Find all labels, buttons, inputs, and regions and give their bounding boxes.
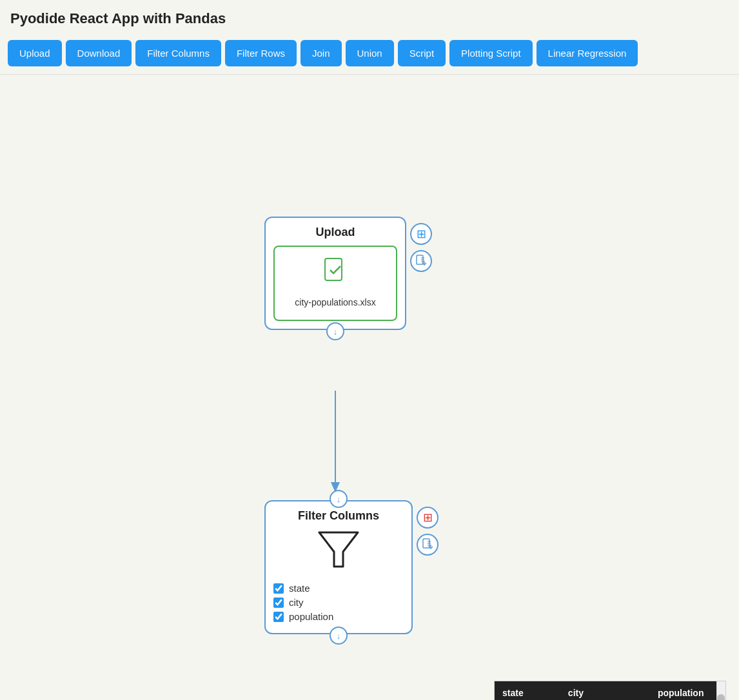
file-download-icon xyxy=(415,255,427,268)
upload-node: Upload ⊞ xyxy=(264,217,406,330)
union-button[interactable]: Union xyxy=(346,40,394,66)
script-button[interactable]: Script xyxy=(398,40,446,66)
linear-regression-button[interactable]: Linear Regression xyxy=(537,40,638,66)
filter-bottom-connector: ↓ xyxy=(330,627,348,645)
filter-node-title: Filter Columns xyxy=(273,509,404,523)
arrow-down-icon-3: ↓ xyxy=(337,631,341,641)
filter-file-icon xyxy=(422,538,433,552)
checkbox-population[interactable]: population xyxy=(273,611,404,622)
main-area: Upload ⊞ xyxy=(0,75,739,700)
canvas: Upload ⊞ xyxy=(13,88,481,700)
download-button[interactable]: Download xyxy=(66,40,132,66)
state-label: state xyxy=(289,583,310,594)
population-label: population xyxy=(289,611,333,622)
filter-columns-node: ↓ Filter Columns ⊞ xyxy=(264,500,413,634)
svg-marker-13 xyxy=(319,532,358,567)
plotting-script-button[interactable]: Plotting Script xyxy=(449,40,533,66)
upload-download-icon-btn[interactable] xyxy=(410,250,432,272)
arrow-down-icon: ↓ xyxy=(333,327,338,336)
upload-table-icon-btn[interactable]: ⊞ xyxy=(410,223,432,245)
upload-bottom-connector: ↓ xyxy=(326,322,344,340)
svg-rect-7 xyxy=(325,258,342,280)
upload-button[interactable]: Upload xyxy=(8,40,62,66)
scrollbar[interactable] xyxy=(716,681,725,700)
grid-icon: ⊞ xyxy=(417,227,426,241)
funnel-icon xyxy=(273,529,404,576)
upload-file-box: city-populations.xlsx xyxy=(273,246,397,321)
filter-grid-icon: ⊞ xyxy=(423,510,433,525)
filter-table-icon-btn[interactable]: ⊞ xyxy=(417,507,438,529)
data-table: state city population CaliforniaLos Ange… xyxy=(495,681,725,700)
app-title: Pyodide React App with Pandas xyxy=(0,0,739,35)
data-table-container[interactable]: state city population CaliforniaLos Ange… xyxy=(494,681,726,700)
state-checkbox[interactable] xyxy=(273,583,284,594)
checkbox-list: state city population xyxy=(273,583,404,622)
population-checkbox[interactable] xyxy=(273,612,284,622)
join-button[interactable]: Join xyxy=(301,40,342,66)
filter-top-connector: ↓ xyxy=(330,490,348,508)
toolbar: Upload Download Filter Columns Filter Ro… xyxy=(0,35,739,75)
checkbox-city[interactable]: city xyxy=(273,597,404,608)
scrollbar-thumb[interactable] xyxy=(717,694,725,700)
upload-node-title: Upload xyxy=(273,226,397,239)
arrow-down-icon-2: ↓ xyxy=(337,494,341,504)
checkbox-state[interactable]: state xyxy=(273,583,404,594)
filter-download-icon-btn[interactable] xyxy=(417,534,438,556)
city-checkbox[interactable] xyxy=(273,598,284,608)
city-label: city xyxy=(289,597,304,608)
check-icon xyxy=(281,257,389,291)
col-header-city: city xyxy=(560,681,650,700)
filter-rows-button[interactable]: Filter Rows xyxy=(225,40,297,66)
col-header-state: state xyxy=(495,681,560,700)
upload-filename: city-populations.xlsx xyxy=(281,296,389,309)
col-header-population: population xyxy=(650,681,725,700)
table-panel: state city population CaliforniaLos Ange… xyxy=(494,384,726,700)
filter-columns-button[interactable]: Filter Columns xyxy=(135,40,221,66)
